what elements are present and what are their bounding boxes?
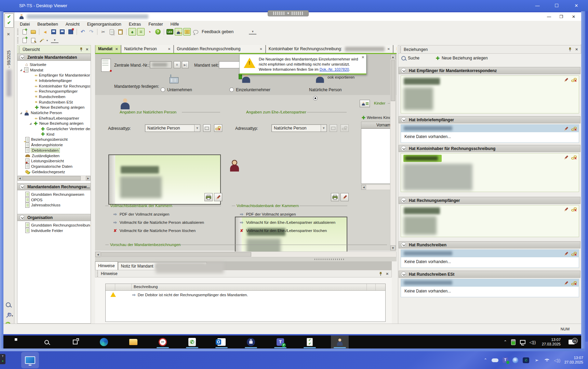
outlook-icon[interactable]: O: [214, 336, 229, 348]
adressattyp-select-1[interactable]: Natürliche Person ▼: [145, 124, 200, 132]
address-detail-button-1[interactable]: [203, 124, 211, 132]
host-app-circle-icon[interactable]: ©: [510, 357, 521, 363]
scroll-down-arrow[interactable]: ▼: [390, 245, 396, 250]
onedrive-icon[interactable]: [490, 358, 500, 362]
app-restore-button[interactable]: ❐: [555, 12, 567, 21]
collapse-chevron-icon[interactable]: [401, 198, 406, 203]
teams-icon[interactable]: T✔: [273, 336, 288, 348]
section-header-mandantendaten-rw[interactable]: Mandantendaten Rechnungsw...: [17, 183, 91, 190]
save-all-icon[interactable]: [58, 28, 66, 36]
search-icon[interactable]: [401, 56, 406, 60]
toolbar-grip[interactable]: [17, 29, 18, 35]
menu-eigenorganisation[interactable]: Eigenorganisation: [87, 22, 121, 27]
link-vollmacht-loeschen-2[interactable]: ✘Vollmacht für den Ehe-/Lebenspartner lö…: [240, 228, 327, 233]
tree-item-grunddaten-rs[interactable]: Grunddaten Rechnungsschreibung: [18, 222, 90, 228]
viewer-close-button[interactable]: ✕: [570, 0, 583, 11]
collapse-chevron-icon[interactable]: [401, 242, 406, 247]
suche-label[interactable]: Suche: [408, 56, 419, 60]
lex-icon[interactable]: LEX: [166, 28, 174, 36]
card-hat-rechnungsempfaenger[interactable]: [401, 205, 579, 237]
edit-vollmacht-button-1[interactable]: [214, 193, 222, 201]
section-hat-kontoinhaber[interactable]: Hat Kontoinhaber für Rechnungsschreibung: [399, 145, 580, 152]
tree-item-ehefrau[interactable]: ∞Ehefrau/Lebenspartner: [18, 115, 90, 121]
wizard-dropdown-arrow[interactable]: ▾: [46, 39, 48, 42]
settings-wrench-icon[interactable]: [5, 313, 11, 319]
host-teams-icon[interactable]: T: [500, 357, 510, 363]
edit-pencil-icon[interactable]: [564, 126, 569, 131]
mandant-seit-field[interactable]: [219, 61, 240, 68]
link-pdf-vollmacht-1[interactable]: ⇨PDF der Vollmacht anzeigen: [113, 212, 169, 217]
radio-natuerliche-person-label[interactable]: Natürliche Person: [309, 87, 342, 92]
chevron-down-icon[interactable]: ▼: [194, 125, 200, 132]
session-check-icon[interactable]: ✔✔: [4, 13, 14, 28]
radio-einzelunternehmer[interactable]: [229, 87, 234, 92]
unlink-icon[interactable]: [571, 251, 577, 256]
history-clock-icon[interactable]: ◔: [146, 28, 153, 36]
remote-session-app-icon[interactable]: [21, 352, 39, 368]
pin-icon[interactable]: [379, 272, 383, 276]
toolbar-overflow-icon[interactable]: ▾: [249, 29, 256, 35]
nr-next-button[interactable]: ▶|: [182, 61, 189, 68]
pin-icon[interactable]: [79, 47, 83, 52]
collapse-chevron-icon[interactable]: [401, 272, 406, 277]
edit-pencil-icon[interactable]: [564, 251, 569, 256]
panel-close-icon[interactable]: ✕: [86, 47, 89, 51]
tab-hinweise[interactable]: Hinweise: [95, 261, 118, 270]
tree-item-startseite[interactable]: ⌂Startseite: [18, 62, 90, 67]
edit-vollmacht-button-2[interactable]: [340, 193, 349, 201]
tray-network-icon[interactable]: [518, 340, 527, 344]
radio-unternehmen-label[interactable]: Unternehmen: [167, 87, 192, 92]
section-hat-empfaenger[interactable]: Hat Empfänger für Mandantenkorrespondenz: [399, 67, 580, 74]
edit-pencil-icon[interactable]: [564, 78, 569, 82]
radio-unternehmen[interactable]: [161, 87, 165, 92]
unlink-icon[interactable]: [571, 155, 577, 160]
section-hat-infobriefempfaenger[interactable]: Hat Infobriefempfänger: [399, 116, 580, 123]
card-hat-empfaenger[interactable]: [401, 76, 579, 113]
menu-hilfe[interactable]: Hilfe: [171, 22, 179, 27]
tray-battery-icon[interactable]: [509, 339, 518, 345]
popup-close-icon[interactable]: ✕: [362, 55, 364, 59]
expander-icon[interactable]: ◢: [20, 68, 23, 71]
link-pdf-vollmacht-2[interactable]: ⇨PDF der Vollmacht anzeigen: [240, 212, 296, 217]
col-flag[interactable]: [115, 284, 132, 290]
host-send-icon[interactable]: ➢: [532, 357, 542, 363]
panel-grip[interactable]: [18, 46, 20, 53]
tree-item-rundschreiben[interactable]: ∝Rundschreiben: [18, 94, 90, 99]
viewer-maximize-button[interactable]: ☐: [550, 0, 563, 11]
unlink-icon[interactable]: [571, 281, 577, 286]
tab-mandat[interactable]: Mandat✕: [95, 45, 121, 53]
note-icon[interactable]: [183, 28, 191, 36]
tab-close-icon[interactable]: ✕: [259, 47, 262, 51]
collapse-chevron-icon[interactable]: [401, 146, 406, 151]
col-extra2[interactable]: [376, 284, 385, 290]
section-header-organisation[interactable]: Organisation: [17, 214, 91, 221]
password-lock-icon[interactable]: [243, 336, 258, 348]
list-view-toggle-icon[interactable]: ≡: [137, 28, 145, 36]
kinder-card-button[interactable]: [360, 100, 370, 107]
tree-item-geldwaeschegesetz[interactable]: ✔Geldwäschegesetz: [18, 169, 90, 175]
plus-icon[interactable]: ✚: [436, 56, 440, 60]
col-extra1[interactable]: [367, 284, 376, 290]
tree-item-infobriefempfaenger[interactable]: ∝Infobriefempfänger: [18, 78, 90, 83]
link-vollmacht-loeschen-1[interactable]: ✘Vollmacht für die Natürliche Person lös…: [113, 228, 196, 233]
expander-icon[interactable]: ◢: [20, 111, 23, 114]
help-toolbar-icon[interactable]: ?: [154, 28, 162, 36]
task-view-icon[interactable]: [68, 336, 83, 348]
tree-item-beziehungsuebersicht[interactable]: ∞Beziehungsübersicht: [18, 137, 90, 142]
edge-icon[interactable]: [96, 336, 111, 348]
scroll-thumb[interactable]: [23, 176, 81, 180]
menu-fenster[interactable]: Fenster: [148, 22, 163, 27]
menu-ansicht[interactable]: Ansicht: [66, 22, 80, 27]
file-explorer-icon[interactable]: [126, 336, 141, 348]
host-chat-icon[interactable]: ✆: [521, 357, 532, 363]
card-hat-rundschreiben[interactable]: Keine Daten vorhanden...: [401, 249, 579, 268]
host-clock[interactable]: 13:07 27.03.2025: [564, 356, 583, 365]
settings-dropdown-arrow[interactable]: ▾: [12, 314, 13, 317]
back-icon[interactable]: ◄: [41, 28, 49, 36]
col-icon[interactable]: [106, 284, 115, 290]
panel-grip[interactable]: [97, 271, 98, 277]
phone-app-icon[interactable]: ✆: [185, 336, 200, 348]
datev-app-icon[interactable]: ✂: [155, 336, 170, 348]
feedback-bubble-icon[interactable]: [192, 28, 199, 36]
checklist-app-icon[interactable]: ✔✔: [302, 336, 317, 348]
